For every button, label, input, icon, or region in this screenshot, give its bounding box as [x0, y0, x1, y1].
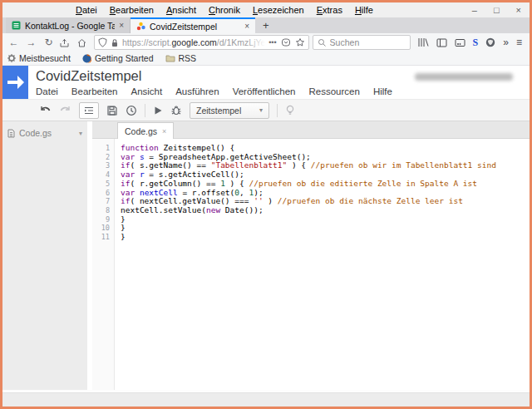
- firefox-icon: [82, 54, 91, 63]
- editor-tab-close-icon[interactable]: ×: [162, 127, 166, 136]
- code-lines[interactable]: function Zeitstempel() {var s = Spreadsh…: [115, 139, 496, 390]
- toolbar-separator: [145, 104, 145, 117]
- gas-menu-datei[interactable]: Datei: [36, 86, 58, 96]
- editor-tab-label: Code.gs: [125, 126, 157, 136]
- gas-menu-ressourcen[interactable]: Ressourcen: [309, 86, 360, 96]
- chevron-down-icon: ▾: [259, 106, 263, 114]
- toolbar-icons: S » ≡: [414, 37, 525, 49]
- navigation-bar: ← → ↻ https://script.google.com/d/1KmzLj…: [2, 33, 530, 52]
- bookmark-getting-started[interactable]: Getting Started: [82, 53, 154, 63]
- hamburger-menu-icon[interactable]: ≡: [516, 37, 522, 48]
- apps-script-menu: Datei Bearbeiten Ansicht Ausführen Veröf…: [36, 86, 392, 96]
- gutter: 1234567891011: [92, 139, 115, 390]
- menu-ansicht[interactable]: Ansicht: [166, 5, 196, 15]
- bookmark-meistbesucht[interactable]: Meistbesucht: [7, 53, 71, 63]
- line-number: 8: [92, 206, 110, 215]
- horizontal-scrollbar[interactable]: [2, 392, 530, 407]
- reload-icon[interactable]: ↻: [42, 37, 56, 47]
- home-icon[interactable]: [76, 37, 91, 48]
- editor-tabstrip: Code.gs ×: [92, 121, 530, 139]
- library-icon[interactable]: [417, 37, 429, 47]
- files-sidebar: Code.gs ▾: [2, 121, 87, 390]
- sheets-favicon: [12, 21, 21, 30]
- menu-lesezeichen[interactable]: Lesezeichen: [253, 5, 304, 15]
- line-number: 9: [92, 215, 110, 224]
- gas-menu-veroeffentlichen[interactable]: Veröffentlichen: [233, 86, 296, 96]
- code-line[interactable]: }: [121, 215, 496, 224]
- apps-script-header: CovidZeitstempel Datei Bearbeiten Ansich…: [2, 66, 530, 99]
- tab-close-icon[interactable]: ×: [244, 22, 249, 31]
- lock-icon[interactable]: [111, 38, 119, 47]
- tracking-protection-shield-icon[interactable]: [98, 37, 107, 47]
- overflow-chevrons-icon[interactable]: »: [503, 37, 509, 48]
- menu-extras[interactable]: Extras: [317, 5, 342, 15]
- file-name-label: Code.gs: [19, 128, 52, 138]
- account-info-blurred[interactable]: [415, 73, 513, 81]
- url-bar[interactable]: https://script.google.com/d/1KmzLjYe2jdV…: [94, 35, 309, 50]
- back-icon[interactable]: ←: [7, 37, 21, 47]
- tab-kontaktlog[interactable]: KontaktLog - Google Tabellen ×: [6, 17, 131, 33]
- line-number: 3: [92, 161, 110, 170]
- lightbulb-icon[interactable]: [285, 105, 295, 116]
- sidebar-file-codegs[interactable]: Code.gs ▾: [2, 126, 87, 140]
- ublock-badge-icon[interactable]: [485, 37, 495, 47]
- menu-datei[interactable]: Datei: [76, 5, 97, 15]
- gas-menu-ausfuehren[interactable]: Ausführen: [175, 86, 219, 96]
- apps-script-favicon: [136, 22, 145, 31]
- code-line[interactable]: nextCell.setValue(new Date());: [121, 206, 496, 215]
- bookmark-star-icon[interactable]: [295, 37, 305, 47]
- menu-chronik[interactable]: Chronik: [209, 5, 240, 15]
- search-input[interactable]: [330, 37, 406, 47]
- main-area: Code.gs ▾ Code.gs × 1234567891011 functi…: [2, 121, 530, 390]
- editor-tab-codegs[interactable]: Code.gs ×: [117, 122, 174, 139]
- menu-hilfe[interactable]: Hilfe: [355, 5, 373, 15]
- library-save-icon[interactable]: [59, 37, 73, 48]
- line-number: 6: [92, 189, 110, 198]
- code-area[interactable]: 1234567891011 function Zeitstempel() {va…: [92, 139, 530, 390]
- gas-menu-bearbeiten[interactable]: Bearbeiten: [71, 86, 118, 96]
- gas-menu-ansicht[interactable]: Ansicht: [131, 86, 162, 96]
- undo-icon[interactable]: [39, 106, 52, 116]
- close-button[interactable]: ×: [516, 5, 521, 15]
- function-selector-dropdown[interactable]: Zeitstempel ▾: [190, 102, 269, 119]
- tab-close-icon[interactable]: ×: [119, 21, 124, 30]
- new-tab-button[interactable]: +: [255, 17, 277, 33]
- debug-bug-icon[interactable]: [170, 105, 182, 116]
- line-number: 4: [92, 170, 110, 180]
- bookmark-rss-folder[interactable]: RSS: [165, 53, 197, 63]
- line-number: 5: [92, 180, 110, 189]
- url-text[interactable]: https://script.google.com/d/1KmzLjYe2jdV…: [122, 37, 265, 47]
- save-icon[interactable]: [106, 105, 118, 116]
- search-box[interactable]: [313, 35, 411, 50]
- folder-icon: [165, 54, 175, 62]
- extension-panel-icon[interactable]: [455, 38, 466, 47]
- bookmark-label: Getting Started: [95, 53, 154, 63]
- indent-icon[interactable]: [79, 102, 99, 119]
- pocket-icon[interactable]: [281, 37, 291, 47]
- s-extension-icon[interactable]: S: [473, 37, 479, 49]
- line-number: 7: [92, 197, 110, 206]
- run-icon[interactable]: [153, 106, 163, 116]
- line-number: 11: [92, 233, 110, 242]
- code-line[interactable]: }: [121, 233, 496, 242]
- maximize-button[interactable]: □: [494, 5, 500, 15]
- code-line[interactable]: }: [121, 224, 496, 233]
- tab-title: CovidZeitstempel: [150, 22, 240, 32]
- line-number: 10: [92, 224, 110, 233]
- gear-icon: [7, 54, 16, 62]
- toolbar-separator: [277, 104, 278, 117]
- sidebar-toggle-icon[interactable]: [436, 38, 447, 47]
- tab-covidzeitstempel[interactable]: CovidZeitstempel ×: [131, 17, 255, 33]
- redo-icon[interactable]: [59, 106, 71, 116]
- gas-menu-hilfe[interactable]: Hilfe: [373, 86, 392, 96]
- forward-icon[interactable]: →: [24, 37, 38, 47]
- line-number: 2: [92, 153, 110, 162]
- bookmarks-bar: Meistbesucht Getting Started RSS: [2, 52, 530, 66]
- tab-bar: KontaktLog - Google Tabellen × CovidZeit…: [2, 17, 530, 33]
- minimize-button[interactable]: –: [472, 5, 477, 15]
- page-actions-icon[interactable]: •••: [268, 38, 276, 47]
- menu-bearbeiten[interactable]: Bearbeiten: [110, 5, 154, 15]
- file-options-caret-icon[interactable]: ▾: [79, 130, 82, 137]
- apps-script-toolbar: Zeitstempel ▾: [2, 99, 530, 121]
- project-history-clock-icon[interactable]: [126, 105, 137, 116]
